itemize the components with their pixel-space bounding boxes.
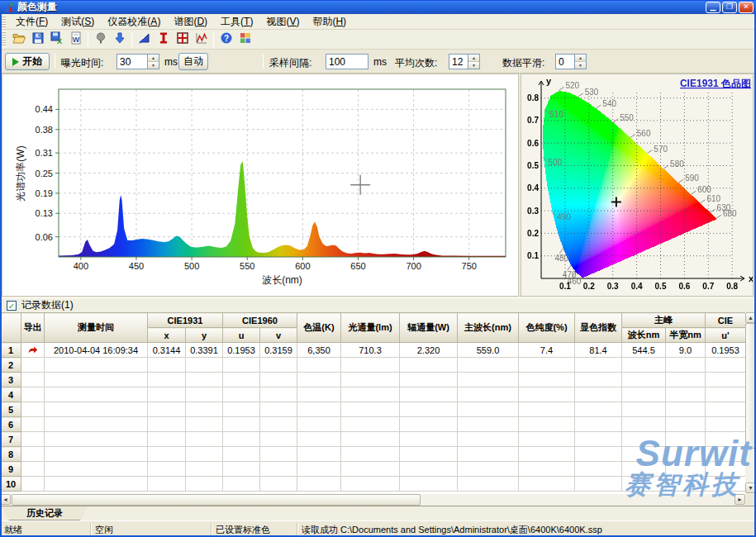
table-row-empty[interactable]: 8 bbox=[1, 447, 746, 462]
start-button[interactable]: 开始 bbox=[5, 53, 50, 70]
color-palette-button[interactable] bbox=[235, 31, 254, 48]
table-row-empty[interactable]: 10 bbox=[1, 477, 746, 492]
drag-gripper[interactable] bbox=[2, 31, 6, 46]
spinner-buttons[interactable]: ▲▼ bbox=[468, 55, 479, 69]
data-cell bbox=[575, 432, 622, 447]
export-cell[interactable] bbox=[21, 343, 45, 358]
table-row-empty[interactable]: 6 bbox=[1, 417, 746, 432]
data-cell bbox=[622, 402, 666, 417]
column-header[interactable]: 导出 bbox=[21, 313, 45, 343]
horizontal-scroll-thumb[interactable] bbox=[12, 494, 421, 506]
separator bbox=[55, 54, 55, 69]
menu-s[interactable]: 测试(S) bbox=[55, 14, 101, 30]
data-cell bbox=[341, 358, 400, 373]
svg-text:500: 500 bbox=[548, 158, 562, 167]
restore-button[interactable]: ❐ bbox=[722, 2, 737, 13]
data-cell bbox=[666, 462, 706, 477]
column-header[interactable]: 光通量(lm) bbox=[341, 313, 400, 343]
column-header[interactable]: u' bbox=[706, 328, 746, 343]
table-row-empty[interactable]: 2 bbox=[1, 358, 746, 373]
svg-text:0.3: 0.3 bbox=[527, 207, 539, 216]
svg-text:光谱功率(W): 光谱功率(W) bbox=[15, 145, 26, 201]
column-header[interactable]: 波长nm bbox=[622, 328, 666, 343]
spectrum-curve-button[interactable] bbox=[192, 31, 211, 48]
menu-v[interactable]: 视图(V) bbox=[259, 14, 306, 30]
table-row-empty[interactable]: 4 bbox=[1, 387, 746, 402]
thermometer-button[interactable] bbox=[154, 31, 173, 48]
column-group-header[interactable]: CIE1960 bbox=[223, 313, 297, 328]
smooth-spinner[interactable]: 0 ▲▼ bbox=[555, 54, 587, 69]
menu-a[interactable]: 仪器校准(A) bbox=[101, 14, 167, 30]
column-group-header[interactable]: CIE bbox=[706, 313, 746, 328]
column-header[interactable]: 辐通量(W) bbox=[400, 313, 458, 343]
column-header[interactable]: 色温(K) bbox=[297, 313, 341, 343]
auto-button[interactable]: 自动 bbox=[178, 53, 208, 70]
spinner-buttons[interactable]: ▲▼ bbox=[574, 55, 586, 69]
svg-text:0.2: 0.2 bbox=[583, 282, 595, 291]
column-header[interactable]: u bbox=[223, 328, 260, 343]
column-header[interactable]: v bbox=[260, 328, 297, 343]
data-cell: 710.3 bbox=[341, 343, 400, 358]
data-cell bbox=[260, 358, 297, 373]
column-header[interactable]: y bbox=[186, 328, 223, 343]
svg-text:500: 500 bbox=[184, 261, 199, 271]
svg-text:490: 490 bbox=[557, 212, 571, 221]
minimize-button[interactable]: ▁ bbox=[706, 2, 720, 13]
data-cell bbox=[706, 462, 746, 477]
menu-f[interactable]: 文件(F) bbox=[9, 14, 55, 30]
row-number: 8 bbox=[1, 447, 21, 462]
column-group-header[interactable]: CIE1931 bbox=[148, 313, 223, 328]
data-cell bbox=[45, 432, 148, 447]
data-cell bbox=[341, 387, 400, 402]
close-button[interactable]: ✕ bbox=[739, 2, 754, 13]
calibrate-flag-button[interactable] bbox=[135, 31, 154, 48]
data-cell bbox=[260, 417, 297, 432]
column-header[interactable]: 测量时间 bbox=[45, 313, 148, 343]
target-cross-button[interactable] bbox=[173, 31, 192, 48]
data-cell bbox=[575, 402, 622, 417]
record-data-checkbox[interactable]: ✓ bbox=[7, 301, 17, 311]
export-word-button[interactable]: W bbox=[66, 31, 85, 48]
table-row-empty[interactable]: 9 bbox=[1, 462, 746, 477]
help-icon: ? bbox=[220, 31, 233, 47]
tab-strip: 历史记录 bbox=[0, 506, 756, 520]
help-button[interactable]: ? bbox=[216, 31, 235, 48]
table-row-empty[interactable]: 5 bbox=[1, 402, 746, 417]
menu-d[interactable]: 谱图(D) bbox=[167, 14, 214, 30]
spinner-buttons[interactable]: ▲▼ bbox=[147, 55, 159, 69]
data-cell bbox=[666, 387, 706, 402]
column-header[interactable]: 半宽nm bbox=[666, 328, 706, 343]
svg-text:0.7: 0.7 bbox=[702, 282, 714, 291]
column-header[interactable] bbox=[1, 313, 21, 343]
data-cell bbox=[622, 373, 666, 387]
tab-history[interactable]: 历史记录 bbox=[2, 506, 88, 520]
menu-h[interactable]: 帮助(H) bbox=[306, 14, 353, 30]
export-excel-button[interactable]: X bbox=[47, 31, 66, 48]
column-header[interactable]: 色纯度(%) bbox=[519, 313, 575, 343]
column-header[interactable]: x bbox=[148, 328, 186, 343]
exposure-spinner[interactable]: 30 ▲▼ bbox=[116, 54, 159, 69]
data-cell bbox=[519, 477, 575, 492]
table-row-empty[interactable]: 7 bbox=[1, 432, 746, 447]
horizontal-scrollbar[interactable]: ◄ ► bbox=[0, 494, 746, 506]
column-header[interactable]: 主波长(nm) bbox=[458, 313, 519, 343]
scroll-right-icon[interactable]: ► bbox=[735, 494, 745, 505]
table-row-empty[interactable]: 3 bbox=[1, 373, 746, 387]
drag-gripper[interactable] bbox=[2, 16, 6, 27]
table-row[interactable]: 12010-04-04 16:09:340.31440.33910.19530.… bbox=[1, 343, 746, 358]
column-group-header[interactable]: 主峰 bbox=[622, 313, 706, 328]
menu-t[interactable]: 工具(T) bbox=[214, 14, 259, 30]
interval-input[interactable] bbox=[326, 54, 368, 69]
download-arrow-button[interactable] bbox=[110, 31, 129, 48]
export-arrow-icon[interactable] bbox=[27, 345, 38, 354]
average-spinner[interactable]: 12 ▲▼ bbox=[449, 54, 480, 69]
column-header[interactable]: 显色指数 bbox=[575, 313, 622, 343]
measure-dark-button[interactable] bbox=[91, 31, 110, 48]
data-cell bbox=[341, 402, 400, 417]
svg-text:W: W bbox=[72, 36, 79, 44]
data-cell bbox=[458, 432, 519, 447]
open-folder-button[interactable] bbox=[9, 31, 28, 48]
data-cell bbox=[21, 402, 45, 417]
data-cell bbox=[297, 358, 341, 373]
save-button[interactable] bbox=[28, 31, 47, 48]
